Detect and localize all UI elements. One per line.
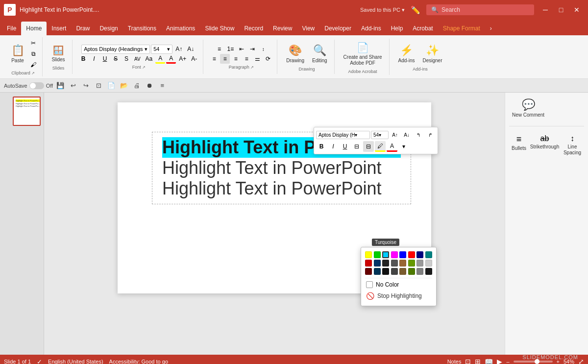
normal-view-button[interactable]: ⊡ [465, 358, 471, 364]
underline-button[interactable]: U [100, 54, 110, 64]
tab-review[interactable]: Review [268, 22, 297, 35]
ft-increase-font-button[interactable]: A↑ [390, 129, 400, 140]
tab-view[interactable]: View [297, 22, 319, 35]
ft-italic-button[interactable]: I [328, 141, 339, 152]
ft-align-left-button[interactable]: ⊟ [351, 141, 362, 152]
clearformat-button[interactable]: Aa [144, 54, 155, 64]
slide-sorter-button[interactable]: ⊞ [475, 358, 481, 364]
close-button[interactable]: ✕ [569, 4, 584, 16]
color-dark-blue[interactable] [416, 251, 423, 258]
ft-bold-button[interactable]: B [316, 141, 327, 152]
font-size-selector[interactable]: 54 ▾ [151, 45, 172, 54]
highlight-color-button[interactable]: A [155, 54, 165, 64]
save-status[interactable]: Saved to this PC ▾ [360, 7, 405, 13]
line-spacing-panel-button[interactable]: ↕ Line Spacing [561, 132, 584, 158]
zoom-out-button[interactable]: – [506, 359, 509, 364]
color-brown[interactable] [399, 260, 406, 267]
color-dark-red[interactable] [365, 260, 372, 267]
tab-insert[interactable]: Insert [47, 22, 71, 35]
search-box[interactable]: 🔍 [426, 4, 534, 15]
align-right-button[interactable]: ≡ [231, 54, 241, 64]
tab-acrobat[interactable]: Acrobat [408, 22, 438, 35]
decrease-font-button[interactable]: A↓ [185, 44, 196, 54]
new-slide-button[interactable]: 🪟 Slides [49, 43, 68, 65]
color-red[interactable] [408, 251, 415, 258]
shadow-button[interactable]: S [122, 54, 131, 64]
designer-button[interactable]: ✨ Designer [419, 42, 445, 66]
save-button[interactable]: 💾 [55, 80, 66, 91]
create-share-pdf-button[interactable]: 📄 Create and Share Adobe PDF [341, 40, 385, 68]
bullets-panel-button[interactable]: ≡ Bullets [509, 132, 529, 153]
ft-font-color-button[interactable]: A [387, 141, 397, 152]
font-color-button[interactable]: A [166, 54, 176, 64]
ft-highlight-button[interactable]: 🖊 [375, 141, 386, 152]
color-brown2[interactable] [399, 268, 406, 275]
stop-highlighting-button[interactable]: 🚫 Stop Highlighting [365, 290, 432, 302]
fontsize-up2-button[interactable]: A+ [177, 54, 188, 64]
ribbon-more-button[interactable]: › [485, 22, 497, 35]
ft-rtl-button[interactable]: ↰ [413, 129, 424, 140]
undo-button[interactable]: ↩ [68, 80, 78, 91]
reading-view-button[interactable]: 📖 [485, 358, 493, 364]
columns-button[interactable]: ⚌ [252, 54, 262, 64]
drawing-button[interactable]: 🎨 Drawing [283, 42, 307, 66]
print-button[interactable]: 🖨 [131, 80, 142, 91]
format-painter-button[interactable]: 🖌 [28, 60, 38, 70]
open-button[interactable]: 📂 [119, 80, 129, 91]
increase-font-button[interactable]: A↑ [173, 44, 184, 54]
color-turquoise[interactable]: Turquoise [382, 251, 389, 258]
tab-developer[interactable]: Developer [319, 22, 356, 35]
tab-record[interactable]: Record [239, 22, 268, 35]
tab-addins[interactable]: Add-ins [356, 22, 386, 35]
tab-file[interactable]: File [2, 22, 21, 35]
ft-underline-button[interactable]: U [340, 141, 350, 152]
autosave-toggle[interactable]: AutoSave Off [4, 82, 53, 89]
new-comment-button[interactable]: 💬 New Comment [509, 97, 547, 120]
tab-design[interactable]: Design [95, 22, 122, 35]
color-gray2[interactable] [391, 268, 398, 275]
color-teal[interactable] [425, 251, 432, 258]
color-black2[interactable] [382, 268, 389, 275]
ft-decrease-font-button[interactable]: A↓ [401, 129, 412, 140]
tab-home[interactable]: Home [21, 22, 47, 35]
fit-slide-button[interactable]: ⤢ [578, 358, 584, 364]
color-gray-50[interactable] [416, 260, 423, 267]
slide-thumbnail[interactable]: Highlight Text in PowerPoi... Highlight … [13, 97, 41, 126]
present-button[interactable]: ▶ [497, 358, 502, 364]
color-gray3[interactable] [416, 268, 423, 275]
align-left-button[interactable]: ≡ [209, 54, 219, 64]
numbering-button[interactable]: 1≡ [225, 44, 236, 54]
notes-button[interactable]: Notes [447, 359, 462, 364]
ft-highlight-dropdown[interactable]: ▾ [398, 141, 409, 152]
strikethrough-button[interactable]: S [111, 54, 121, 64]
addins-button[interactable]: ⚡ Add-ins [395, 42, 418, 66]
color-gray-25[interactable] [425, 260, 432, 267]
editing-button[interactable]: 🔍 Editing [309, 42, 330, 66]
ft-align-center-button[interactable]: ⊟ [363, 141, 374, 152]
maximize-button[interactable]: □ [554, 4, 568, 16]
tab-shape-format[interactable]: Shape Format [438, 22, 485, 35]
color-navy2[interactable] [374, 268, 381, 275]
color-pink[interactable] [391, 251, 398, 258]
line-spacing-button[interactable]: ↕ [258, 44, 268, 54]
tab-slideshow[interactable]: Slide Show [200, 22, 239, 35]
copy-button[interactable]: ⧉ [28, 49, 38, 59]
color-bright-green[interactable] [374, 251, 381, 258]
cut-button[interactable]: ✂ [28, 38, 38, 48]
qa-more-button[interactable]: ≡ [157, 80, 168, 91]
align-center-button[interactable]: ≡ [220, 54, 230, 64]
color-dark-gray[interactable] [391, 260, 398, 267]
paste-button[interactable]: 📋 Paste [8, 42, 27, 66]
text-direction-button[interactable]: ⟳ [263, 54, 273, 64]
search-input[interactable] [441, 6, 529, 13]
increase-indent-button[interactable]: ⇥ [247, 44, 257, 54]
tab-transitions[interactable]: Transitions [123, 22, 161, 35]
color-blue[interactable] [399, 251, 406, 258]
font-name-selector[interactable]: Aptos Display (Headings) ▾ [81, 45, 150, 54]
ft-font-selector[interactable]: Aptos Display (H▾ [316, 131, 370, 139]
ft-font-size-selector[interactable]: 54▾ [371, 131, 389, 139]
ft-ltr-button[interactable]: ↱ [425, 129, 436, 140]
decrease-indent-button[interactable]: ⇤ [237, 44, 246, 54]
zoom-slider[interactable] [514, 361, 553, 363]
color-olive-green[interactable] [408, 260, 415, 267]
